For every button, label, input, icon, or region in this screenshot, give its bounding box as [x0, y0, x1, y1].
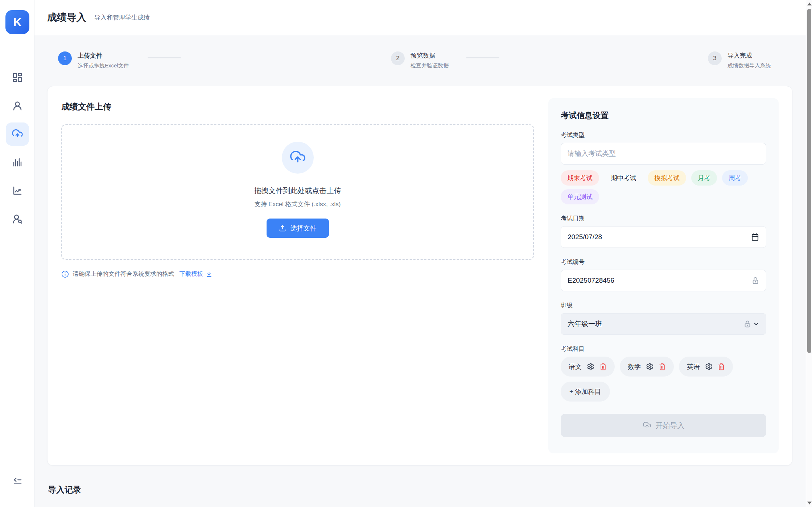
gear-icon [705, 363, 713, 370]
lock-icon [743, 320, 751, 328]
subject-pill-chinese: 语文 [561, 357, 615, 377]
sidebar-item-statistics[interactable] [6, 151, 29, 174]
sidebar-item-student-search[interactable] [6, 207, 29, 230]
user-icon [12, 100, 23, 111]
file-dropzone[interactable]: 拖拽文件到此处或点击上传 支持 Excel 格式文件 (.xlsx, .xls)… [61, 124, 534, 260]
exam-code-input: E20250728456 [561, 270, 766, 291]
exam-type-input[interactable] [561, 143, 766, 165]
add-subject-button[interactable]: + 添加科目 [561, 382, 610, 402]
page-header: 成绩导入 导入和管理学生成绩 [34, 0, 806, 35]
tag-midterm-exam[interactable]: 期中考试 [604, 170, 643, 186]
tag-mock-exam[interactable]: 模拟考试 [648, 170, 686, 186]
page-subtitle: 导入和管理学生成绩 [94, 13, 150, 22]
upload-section-title: 成绩文件上传 [61, 101, 534, 112]
cloud-upload-icon [289, 149, 306, 166]
gear-icon [646, 363, 654, 370]
subjects-list: 语文 数学 英语 [561, 357, 766, 377]
tag-monthly-exam[interactable]: 月考 [691, 170, 717, 186]
dropzone-hint: 支持 Excel 格式文件 (.xlsx, .xls) [254, 200, 341, 208]
subject-settings-button[interactable] [705, 363, 713, 370]
step-indicator: 1 上传文件 选择或拖拽Excel文件 2 预览数据 检查并验证数据 3 导入完… [34, 43, 806, 76]
exam-date-label: 考试日期 [561, 215, 766, 223]
step-number: 2 [391, 51, 405, 65]
step-connector [466, 57, 499, 58]
dashboard-icon [12, 72, 23, 83]
step-number: 3 [708, 51, 722, 65]
line-chart-icon [12, 185, 23, 196]
tag-weekly-exam[interactable]: 周考 [722, 170, 748, 186]
settings-title: 考试信息设置 [561, 110, 766, 121]
gear-icon [587, 363, 594, 370]
sidebar-item-students[interactable] [6, 94, 29, 117]
step-upload: 1 上传文件 选择或拖拽Excel文件 [58, 51, 129, 69]
subject-delete-button[interactable] [599, 363, 607, 370]
subjects-label: 考试科目 [561, 345, 766, 353]
vertical-scrollbar[interactable] [806, 0, 812, 507]
sidebar-item-grade-import[interactable] [6, 122, 29, 146]
trash-icon [659, 363, 666, 370]
exam-code-label: 考试编号 [561, 258, 766, 266]
trash-icon [718, 363, 725, 370]
scroll-down-arrow[interactable] [807, 502, 812, 504]
download-icon [206, 271, 213, 278]
bar-chart-icon [12, 157, 23, 168]
user-search-icon [12, 213, 23, 224]
subject-delete-button[interactable] [659, 363, 666, 370]
sidebar-item-dashboard[interactable] [6, 66, 29, 89]
subject-settings-button[interactable] [646, 363, 654, 370]
step-complete: 3 导入完成 成绩数据导入系统 [708, 51, 771, 69]
class-select[interactable]: 六年级一班 [561, 313, 766, 335]
app-logo[interactable]: K [5, 10, 29, 34]
calendar-icon[interactable] [751, 233, 759, 241]
dropzone-icon-circle [282, 142, 314, 174]
choose-file-button[interactable]: 选择文件 [267, 219, 329, 238]
subject-delete-button[interactable] [718, 363, 725, 370]
exam-settings-panel: 考试信息设置 考试类型 期末考试 期中考试 模拟考试 月考 周考 单元测试 考试… [548, 98, 779, 453]
start-import-button[interactable]: 开始导入 [561, 414, 766, 437]
chevron-down-icon [753, 321, 759, 327]
exam-date-input[interactable]: 2025/07/28 [561, 226, 766, 248]
exam-type-tags: 期末考试 期中考试 模拟考试 月考 周考 单元测试 [561, 170, 766, 204]
choose-file-label: 选择文件 [290, 224, 317, 233]
cloud-upload-icon [12, 128, 23, 140]
cloud-upload-icon [643, 421, 651, 430]
tag-final-exam[interactable]: 期末考试 [561, 170, 599, 186]
exam-type-label: 考试类型 [561, 131, 766, 139]
step-title: 预览数据 [411, 51, 449, 60]
trash-icon [599, 363, 607, 370]
step-desc: 选择或拖拽Excel文件 [78, 62, 129, 69]
sidebar: K [0, 0, 34, 507]
upload-note: 请确保上传的文件符合系统要求的格式 [73, 270, 174, 278]
lock-icon [751, 277, 759, 284]
info-icon [61, 270, 69, 278]
subject-pill-english: 英语 [679, 357, 733, 377]
tag-unit-test[interactable]: 单元测试 [561, 189, 599, 204]
dropzone-title: 拖拽文件到此处或点击上传 [254, 186, 341, 196]
step-desc: 检查并验证数据 [411, 62, 449, 69]
upload-icon [279, 225, 286, 232]
import-records-title: 导入记录 [48, 484, 81, 495]
step-connector [148, 57, 181, 58]
step-number: 1 [58, 51, 72, 65]
scroll-up-arrow[interactable] [807, 3, 812, 5]
sidebar-item-analytics[interactable] [6, 179, 29, 202]
class-label: 班级 [561, 302, 766, 309]
collapse-sidebar-button[interactable] [6, 469, 29, 493]
subject-settings-button[interactable] [587, 363, 594, 370]
step-desc: 成绩数据导入系统 [727, 62, 771, 69]
download-template-link[interactable]: 下载模板 [180, 270, 213, 278]
subject-pill-math: 数学 [620, 357, 674, 377]
step-title: 上传文件 [78, 51, 129, 60]
upload-card: 成绩文件上传 拖拽文件到此处或点击上传 支持 Excel 格式文件 (.xlsx… [47, 86, 792, 466]
scrollbar-thumb[interactable] [807, 9, 811, 353]
step-preview: 2 预览数据 检查并验证数据 [391, 51, 449, 69]
page-title: 成绩导入 [47, 11, 86, 24]
step-title: 导入完成 [727, 51, 771, 60]
collapse-sidebar-icon [12, 475, 23, 486]
